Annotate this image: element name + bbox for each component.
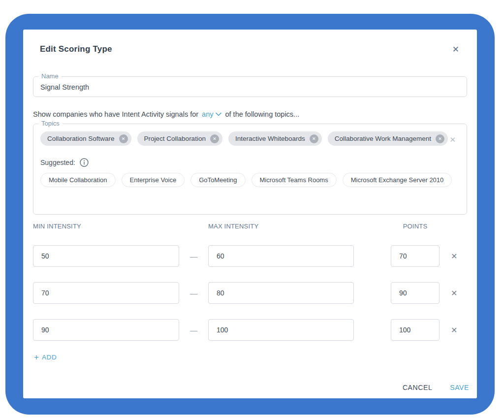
suggested-row: Suggested: (40, 158, 460, 167)
score-table-header: MIN INTENSITY MAX INTENSITY POINTS (33, 223, 467, 230)
modal-title: Edit Scoring Type (40, 44, 112, 54)
range-dash: — (179, 252, 208, 260)
remove-topic-icon[interactable]: ✕ (436, 134, 444, 143)
points-header: POINTS (391, 223, 440, 230)
max-intensity-input[interactable] (208, 282, 354, 304)
suggestion-chip[interactable]: GoToMeeting (190, 173, 245, 187)
remove-topic-icon[interactable]: ✕ (210, 134, 219, 143)
delete-row-icon[interactable]: ✕ (450, 324, 458, 336)
min-intensity-header: MIN INTENSITY (33, 223, 208, 230)
page-background: Edit Scoring Type ✕ Name Show companies … (0, 0, 504, 420)
topic-chip-list: Collaboration Software ✕ Project Collabo… (40, 131, 449, 146)
delete-row-icon[interactable]: ✕ (450, 251, 458, 262)
match-type-value: any (202, 110, 213, 118)
suggestion-chip[interactable]: Enterprise Voice (122, 173, 185, 187)
modal-footer: CANCEL SAVE (403, 384, 469, 391)
clear-topics-icon[interactable]: ✕ (448, 134, 457, 145)
range-dash: — (179, 326, 208, 334)
blue-frame: Edit Scoring Type ✕ Name Show companies … (5, 14, 495, 415)
intent-sentence: Show companies who have Intent Activity … (33, 110, 467, 118)
suggestion-chip[interactable]: Microsoft Exchange Server 2010 (343, 173, 452, 187)
suggestion-chip[interactable]: Microsoft Teams Rooms (252, 173, 337, 187)
add-row-button[interactable]: + ADD (34, 353, 57, 361)
topic-chip: Project Collaboration ✕ (137, 131, 222, 146)
score-row: — ✕ (33, 319, 467, 341)
topic-chip-label: Collaboration Software (47, 135, 115, 142)
score-row: — ✕ (33, 282, 467, 304)
name-field-label: Name (38, 72, 62, 80)
topics-field-label: Topics (38, 120, 63, 127)
suggestion-chip[interactable]: Mobile Collaboration (40, 173, 116, 187)
points-input[interactable] (391, 282, 440, 304)
sentence-prefix: Show companies who have Intent Activity … (33, 110, 198, 118)
remove-topic-icon[interactable]: ✕ (310, 134, 318, 143)
modal-header: Edit Scoring Type ✕ (40, 30, 460, 54)
min-intensity-input[interactable] (33, 245, 179, 267)
max-intensity-input[interactable] (208, 319, 354, 341)
remove-topic-icon[interactable]: ✕ (119, 134, 128, 143)
info-icon[interactable] (80, 158, 89, 167)
delete-row-icon[interactable]: ✕ (450, 288, 458, 299)
topic-chip-label: Project Collaboration (144, 135, 206, 142)
save-button[interactable]: SAVE (450, 384, 469, 391)
min-intensity-input[interactable] (33, 319, 179, 341)
topic-chip-label: Interactive Whiteboards (235, 135, 305, 142)
topic-chip: Collaborative Work Management ✕ (328, 131, 448, 146)
points-input[interactable] (391, 319, 440, 341)
suggested-label: Suggested: (40, 159, 75, 166)
match-type-dropdown[interactable]: any (202, 110, 221, 118)
topic-chip-label: Collaborative Work Management (335, 135, 431, 142)
topics-field[interactable]: Topics ✕ Collaboration Software ✕ Projec… (33, 124, 467, 215)
name-field[interactable]: Name (33, 76, 467, 97)
cancel-button[interactable]: CANCEL (403, 384, 432, 391)
edit-scoring-type-modal: Edit Scoring Type ✕ Name Show companies … (23, 30, 477, 398)
close-icon[interactable]: ✕ (451, 44, 460, 55)
topic-chip: Interactive Whiteboards ✕ (228, 131, 322, 146)
sentence-suffix: of the following topics... (225, 110, 299, 118)
plus-icon: + (34, 353, 39, 361)
min-intensity-input[interactable] (33, 282, 179, 304)
points-input[interactable] (391, 245, 440, 267)
suggestion-chip-list: Mobile Collaboration Enterprise Voice Go… (40, 173, 460, 187)
name-input[interactable] (33, 77, 467, 97)
max-intensity-header: MAX INTENSITY (208, 223, 354, 230)
max-intensity-input[interactable] (208, 245, 354, 267)
score-row: — ✕ (33, 245, 467, 267)
add-row-label: ADD (42, 354, 57, 361)
topic-chip: Collaboration Software ✕ (40, 131, 131, 146)
chevron-down-icon (216, 112, 221, 116)
range-dash: — (179, 289, 208, 297)
